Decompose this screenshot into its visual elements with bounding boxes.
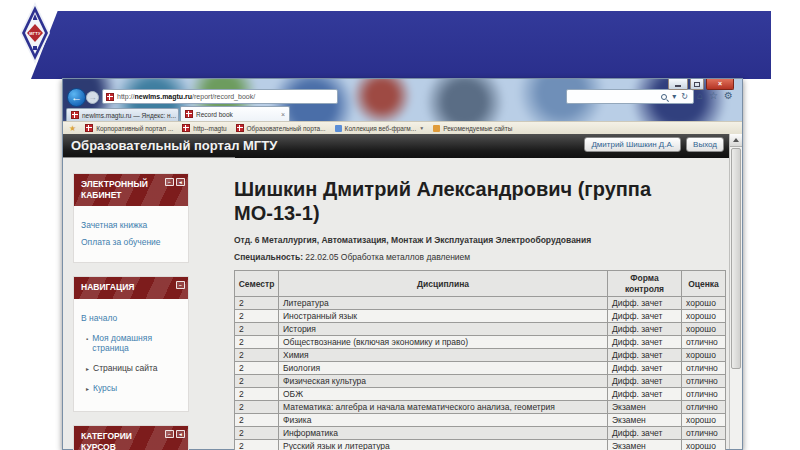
- table-row: 2 История Дифф. зачет хорошо: [235, 323, 726, 336]
- sidebar-item-home[interactable]: В начало: [81, 313, 182, 323]
- table-row: 2 Обществознание (включая экономику и пр…: [235, 336, 726, 349]
- cell-discipline: Математика: алгебра и начала математичес…: [279, 401, 608, 414]
- home-icon[interactable]: ⌂: [697, 90, 703, 102]
- cell-grade: отлично: [682, 362, 726, 375]
- cell-discipline: Обществознание (включая экономику и прав…: [279, 336, 608, 349]
- tab-label: Record book: [196, 111, 233, 118]
- table-body: 2 Литература Дифф. зачет хорошо 2 Иностр…: [235, 297, 726, 450]
- add-favorite-star-icon[interactable]: ★: [69, 124, 76, 133]
- bookmark-suggested-sites[interactable]: Рекомендуемые сайты: [433, 125, 512, 132]
- specialty-value: 22.02.05 Обработка металлов давлением: [305, 252, 470, 262]
- maximize-icon: [694, 82, 700, 87]
- block-body: Зачетная книжка Оплата за обучение: [74, 206, 188, 262]
- specialty-line: Специальность: 22.02.05 Обработка металл…: [234, 252, 726, 262]
- table-row: 2 Физика Экзамен хорошо: [235, 414, 726, 427]
- dock-icon[interactable]: ◂: [176, 178, 185, 186]
- cell-control-form: Дифф. зачет: [608, 323, 682, 336]
- cell-semester: 2: [235, 375, 279, 388]
- tab-record-book[interactable]: Record book ×: [180, 106, 290, 121]
- cell-semester: 2: [235, 336, 279, 349]
- collapse-icon[interactable]: −: [176, 281, 185, 289]
- bookmark-edu-portal[interactable]: Образовательный порта...: [236, 124, 326, 132]
- bookmarks-bar: ★ Корпоративный портал ... http--magtu О…: [63, 121, 742, 134]
- slide-banner: [31, 11, 771, 79]
- sidebar-item-my-home[interactable]: ▪ Моя домашняя страница: [86, 333, 182, 353]
- collapse-icon[interactable]: −: [165, 430, 174, 438]
- portal-page: Образовательный портал МГТУ Дмитрий Шишк…: [63, 134, 742, 449]
- scrollbar-thumb[interactable]: [731, 148, 741, 369]
- back-button[interactable]: ←: [67, 88, 86, 107]
- url-domain: newlms.magtu.ru: [135, 93, 193, 100]
- header-buttons: Дмитрий Шишкин Д.А. Выход: [584, 137, 724, 152]
- tab-yandex[interactable]: newlms.magtu.ru — Яндекс: н...: [66, 108, 179, 121]
- cell-grade: отлично: [682, 375, 726, 388]
- forward-icon: →: [89, 93, 97, 102]
- address-bar[interactable]: http://newlms.magtu.ru/report/record_boo…: [102, 89, 338, 104]
- close-button[interactable]: ×: [706, 79, 734, 90]
- main-content: Шишкин Дмитрий Александрович (группа МО-…: [234, 178, 726, 450]
- page-scrollbar[interactable]: [729, 134, 742, 449]
- table-row: 2 Литература Дифф. зачет хорошо: [235, 297, 726, 310]
- arrow-bullet-icon: ▸: [86, 385, 89, 392]
- url-text: http://newlms.magtu.ru/report/record_boo…: [117, 93, 255, 100]
- cell-control-form: Дифф. зачет: [608, 297, 682, 310]
- search-icon[interactable]: [661, 94, 667, 100]
- bookmark-favicon: [85, 124, 93, 132]
- logo-crown-mark: [33, 46, 37, 50]
- tab-close-icon[interactable]: ×: [281, 111, 285, 118]
- cell-semester: 2: [235, 401, 279, 414]
- cell-grade: отлично: [682, 401, 726, 414]
- window-controls: ×: [668, 79, 734, 90]
- cell-control-form: Дифф. зачет: [608, 427, 682, 440]
- block-header: КАТЕГОРИИ КУРСОВ − ◂: [74, 426, 188, 450]
- settings-gear-icon[interactable]: ⚙: [724, 90, 733, 102]
- browser-window: × ← → http://newlms.magtu.ru/report/reco…: [62, 78, 743, 450]
- dock-icon[interactable]: ◂: [176, 430, 185, 438]
- grades-table: Семестр Дисциплина Форма контроля Оценка…: [234, 270, 726, 450]
- block-title: ЭЛЕКТРОННЫЙ КАБИНЕТ: [81, 179, 148, 200]
- favorites-star-icon[interactable]: ☆: [709, 90, 718, 102]
- department-line: Отд. 6 Металлургия, Автоматизация, Монта…: [234, 235, 726, 245]
- cell-control-form: Дифф. зачет: [608, 310, 682, 323]
- user-profile-button[interactable]: Дмитрий Шишкин Д.А.: [584, 137, 681, 152]
- sidebar-item-record-book[interactable]: Зачетная книжка: [81, 220, 182, 230]
- bookmark-corporate-portal[interactable]: Корпоративный портал ...: [85, 124, 173, 132]
- bookmark-http-magtu[interactable]: http--magtu: [182, 124, 226, 132]
- minimize-button[interactable]: [668, 79, 688, 90]
- cell-semester: 2: [235, 440, 279, 450]
- cell-semester: 2: [235, 388, 279, 401]
- table-header-row: Семестр Дисциплина Форма контроля Оценка: [235, 271, 726, 297]
- collapse-icon[interactable]: −: [165, 178, 174, 186]
- bookmark-web-slices[interactable]: Коллекция веб-фрагм...▼: [335, 125, 425, 132]
- browser-chrome: × ← → http://newlms.magtu.ru/report/reco…: [63, 79, 742, 134]
- block-title: КАТЕГОРИИ КУРСОВ: [81, 431, 132, 450]
- close-icon: ×: [718, 80, 722, 88]
- cell-discipline: Русский язык и литература: [279, 440, 608, 450]
- refresh-icon[interactable]: ↻: [681, 92, 688, 101]
- table-row: 2 ОБЖ Дифф. зачет отлично: [235, 388, 726, 401]
- search-box[interactable]: ▾ ↻: [566, 89, 694, 104]
- sidebar: ЭЛЕКТРОННЫЙ КАБИНЕТ − ◂ Зачетная книжка …: [73, 173, 189, 450]
- portal-header: Образовательный портал МГТУ Дмитрий Шишк…: [63, 134, 729, 158]
- col-control-form: Форма контроля: [608, 271, 682, 297]
- minimize-icon: [675, 85, 681, 87]
- tab-bar: newlms.magtu.ru — Яндекс: н... Record bo…: [63, 106, 742, 121]
- maximize-button[interactable]: [690, 79, 704, 90]
- block-course-categories: КАТЕГОРИИ КУРСОВ − ◂ ⚙ Обеспечение учебн…: [73, 425, 189, 450]
- sidebar-item-site-pages[interactable]: ▸ Страницы сайта: [86, 363, 182, 373]
- table-row: 2 Информатика Дифф. зачет отлично: [235, 427, 726, 440]
- forward-button[interactable]: →: [86, 91, 99, 104]
- logout-button[interactable]: Выход: [686, 137, 724, 152]
- sidebar-item-tuition-payment[interactable]: Оплата за обучение: [81, 237, 182, 247]
- cell-semester: 2: [235, 323, 279, 336]
- logo-text: МГТУ: [29, 31, 40, 36]
- autocomplete-caret-icon[interactable]: ▾: [672, 92, 676, 101]
- scroll-up-button[interactable]: [730, 134, 742, 147]
- cell-semester: 2: [235, 427, 279, 440]
- cell-semester: 2: [235, 310, 279, 323]
- sidebar-item-courses[interactable]: ▸ Курсы: [86, 383, 182, 393]
- cell-discipline: Иностранный язык: [279, 310, 608, 323]
- cell-control-form: Дифф. зачет: [608, 388, 682, 401]
- table-row: 2 Биология Дифф. зачет отлично: [235, 362, 726, 375]
- cell-control-form: Дифф. зачет: [608, 349, 682, 362]
